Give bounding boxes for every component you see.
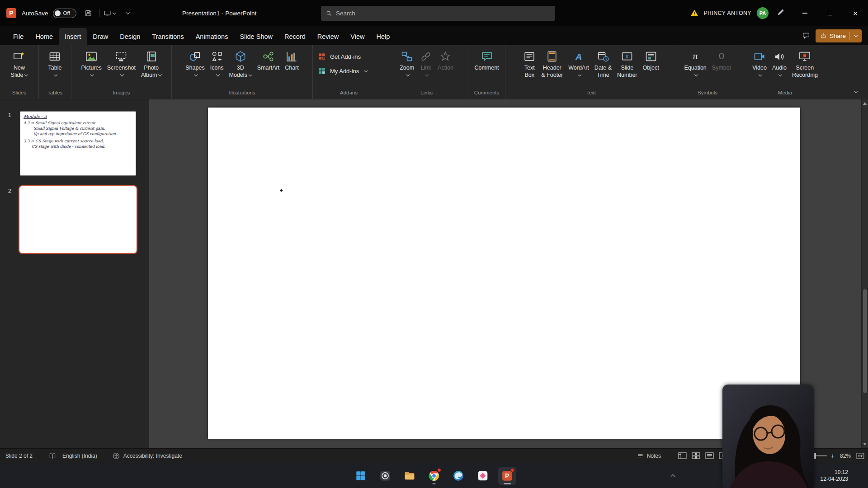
normal-view-button[interactable]: [678, 452, 687, 459]
zoom-level[interactable]: 82%: [840, 453, 851, 459]
windows-start-icon: [355, 470, 367, 482]
fit-to-window-icon: [856, 453, 864, 459]
language-indicator[interactable]: English (India): [62, 453, 97, 459]
table-button[interactable]: Table: [46, 48, 65, 79]
share-button[interactable]: Share: [816, 29, 862, 42]
autosave-toggle[interactable]: Off: [53, 9, 76, 18]
chrome-button[interactable]: [425, 467, 443, 485]
scrollbar-thumb[interactable]: [863, 289, 867, 393]
accessibility-icon[interactable]: [113, 452, 120, 460]
icons-button[interactable]: Icons: [208, 48, 226, 79]
group-label-links: Links: [385, 88, 468, 99]
slide-thumbnail-2-selected[interactable]: [19, 185, 137, 254]
photos-app-button[interactable]: [474, 467, 492, 485]
tab-slide-show[interactable]: Slide Show: [234, 28, 278, 45]
new-slide-button[interactable]: New Slide: [8, 48, 31, 79]
header-footer-button[interactable]: Header & Footer: [538, 48, 566, 79]
warning-icon[interactable]: [690, 9, 699, 18]
shapes-button[interactable]: Shapes: [183, 48, 207, 79]
get-addins-icon: [317, 52, 326, 61]
chart-button[interactable]: Chart: [282, 48, 302, 79]
screen-recording-button[interactable]: Screen Recording: [789, 48, 821, 79]
chart-icon: [285, 49, 298, 64]
clock[interactable]: 10:12 12-04-2023: [821, 463, 848, 488]
tab-transitions[interactable]: Transitions: [146, 28, 189, 45]
account-name[interactable]: PRINCY ANTONY: [703, 10, 751, 16]
hidden-icons-button[interactable]: [667, 463, 679, 488]
maximize-button[interactable]: [817, 0, 843, 26]
tab-record[interactable]: Record: [278, 28, 311, 45]
slide-editing-canvas[interactable]: [208, 108, 800, 439]
object-button[interactable]: Object: [640, 48, 662, 79]
my-addins-button[interactable]: My Add-ins: [317, 64, 380, 78]
present-button[interactable]: [103, 5, 117, 21]
notes-toggle[interactable]: Notes: [637, 452, 661, 459]
vertical-scrollbar[interactable]: [861, 99, 868, 448]
notification-badge: [510, 468, 514, 472]
comment-button[interactable]: Comment: [472, 48, 501, 79]
slide-1-number: 1: [8, 112, 11, 118]
text-box-button[interactable]: Text Box: [520, 48, 538, 79]
slide-number-button[interactable]: # Slide Number: [614, 48, 640, 79]
accessibility-status[interactable]: Accessibility: Investigate: [123, 453, 182, 459]
text-bullet-dot: [280, 189, 283, 192]
tab-animations[interactable]: Animations: [190, 28, 234, 45]
tab-help[interactable]: Help: [370, 28, 396, 45]
get-addins-button[interactable]: Get Add-ins: [317, 50, 380, 63]
search-input[interactable]: [336, 10, 551, 17]
file-explorer-button[interactable]: [401, 467, 419, 485]
scroll-up-arrow[interactable]: [863, 102, 867, 105]
tab-file[interactable]: File: [7, 28, 29, 45]
zoom-slider-thumb[interactable]: [814, 453, 816, 459]
inking-pen-icon[interactable]: [777, 8, 785, 18]
ribbon-group-tables: Table Tables: [39, 45, 71, 99]
group-label-symbols: Symbols: [677, 88, 738, 99]
pictures-button[interactable]: Pictures: [79, 48, 104, 79]
share-label: Share: [830, 33, 846, 39]
chevron-down-icon: [759, 72, 762, 76]
audio-button[interactable]: Audio: [769, 48, 789, 79]
date-time-icon: [597, 49, 609, 64]
tab-insert[interactable]: Insert: [59, 28, 87, 45]
show-desktop-button[interactable]: [866, 463, 868, 488]
reading-view-button[interactable]: [705, 452, 714, 459]
tab-draw[interactable]: Draw: [87, 28, 114, 45]
comments-pane-icon[interactable]: [802, 32, 810, 40]
slide-thumbnail-1[interactable]: Module - 3 4.2 ⇒ Small Signal equivalent…: [20, 111, 136, 176]
link-icon: [420, 49, 432, 64]
scroll-down-arrow[interactable]: [863, 443, 867, 446]
zoom-button[interactable]: Zoom: [397, 48, 417, 79]
camera-app-button[interactable]: [376, 467, 394, 485]
zoom-in-button[interactable]: +: [831, 452, 835, 460]
tab-view[interactable]: View: [344, 28, 370, 45]
slide-sorter-view-button[interactable]: [692, 452, 700, 459]
edge-button[interactable]: [449, 467, 467, 485]
tab-home[interactable]: Home: [29, 28, 59, 45]
quick-access-toolbar-menu[interactable]: [120, 5, 134, 21]
minimize-button[interactable]: [792, 0, 817, 26]
group-label-tables: Tables: [39, 88, 71, 99]
toggle-knob: [55, 10, 61, 16]
date-time-button[interactable]: Date & Time: [592, 48, 614, 79]
save-button[interactable]: [82, 5, 95, 21]
start-button[interactable]: [352, 467, 370, 485]
screenshot-button[interactable]: Screenshot: [104, 48, 138, 79]
avatar[interactable]: PA: [757, 7, 769, 19]
photo-album-button[interactable]: Photo Album: [138, 48, 164, 79]
close-button[interactable]: ×: [843, 0, 868, 26]
video-button[interactable]: Video: [750, 48, 769, 79]
powerpoint-taskbar-button[interactable]: P: [498, 467, 516, 485]
collapse-ribbon-button[interactable]: [850, 88, 860, 96]
spell-check-icon[interactable]: [49, 452, 56, 460]
equation-button[interactable]: π Equation: [681, 48, 709, 79]
wordart-button[interactable]: A WordArt: [566, 48, 592, 79]
fit-slide-button[interactable]: [856, 453, 864, 459]
search-bar[interactable]: [321, 6, 555, 21]
smartart-button[interactable]: SmartArt: [255, 48, 282, 79]
3d-models-button[interactable]: 3D Models: [226, 48, 255, 79]
slide-2-number: 2: [8, 188, 11, 194]
tab-design[interactable]: Design: [114, 28, 146, 45]
powerpoint-window: P AutoSave Off Presentation1 - PowerPoin…: [0, 0, 868, 488]
ribbon-group-symbols: π Equation Ω Symbol Symbols: [677, 45, 738, 99]
tab-review[interactable]: Review: [311, 28, 345, 45]
